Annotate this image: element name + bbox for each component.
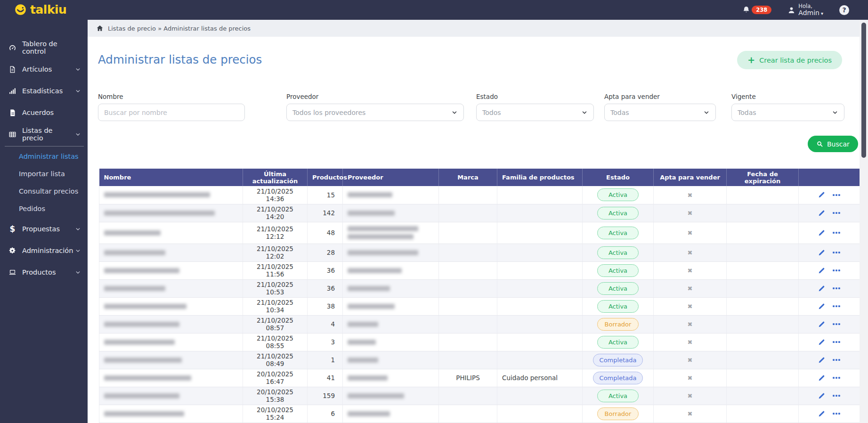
cell-apta-para-vender: ✖ (654, 405, 727, 423)
cell-nombre (99, 204, 243, 222)
sidebar-item-listas-de-precio[interactable]: Listas de precio (0, 123, 88, 145)
sidebar-item-articulos[interactable]: Artículos (0, 58, 88, 80)
row-actions (803, 208, 855, 218)
redacted-provider-line (348, 234, 414, 239)
redacted-provider-line (348, 268, 402, 273)
cell-ultima-actualizacion: 21/10/2025 11:56 (243, 261, 308, 279)
edit-button[interactable] (818, 356, 826, 364)
edit-button[interactable] (818, 374, 826, 382)
edit-button[interactable] (818, 285, 826, 293)
cell-fecha-expiracion (727, 222, 799, 244)
edit-button[interactable] (818, 410, 826, 418)
filter-vigente-select[interactable]: Todas (731, 104, 844, 121)
chevron-down-icon (75, 248, 81, 254)
cell-apta-para-vender: ✖ (654, 186, 727, 204)
filter-estado-select[interactable]: Todos (476, 104, 594, 121)
cell-marca (439, 261, 497, 279)
home-icon[interactable] (96, 24, 104, 32)
more-actions-button[interactable] (832, 355, 841, 365)
cell-apta-para-vender: ✖ (654, 351, 727, 369)
cell-familia (497, 351, 583, 369)
more-actions-button[interactable] (832, 409, 841, 418)
search-button-label: Buscar (827, 140, 850, 148)
redacted-provider-line (348, 226, 418, 231)
more-actions-button[interactable] (832, 319, 841, 329)
cell-fecha-expiracion (727, 186, 799, 204)
edit-button[interactable] (818, 209, 826, 217)
more-actions-button[interactable] (832, 228, 841, 237)
sidebar-item-productos[interactable]: Productos (0, 261, 88, 283)
filter-apta-para-vender: Apta para venderTodas (604, 93, 716, 121)
bell-icon (742, 6, 751, 15)
cell-marca (439, 333, 497, 351)
sidebar-item-estadisticas[interactable]: Estadísticas (0, 80, 88, 102)
more-actions-button[interactable] (832, 208, 841, 218)
cell-fecha-expiracion (727, 261, 799, 279)
cell-proveedor (343, 261, 439, 279)
more-actions-button[interactable] (832, 190, 841, 200)
sidebar-item-tablero[interactable]: Tablero de control (0, 37, 88, 58)
cell-actions (799, 387, 860, 405)
sidebar-subitem-pedidos[interactable]: Pedidos (5, 200, 84, 217)
edit-button[interactable] (818, 320, 826, 328)
edit-button[interactable] (818, 338, 826, 346)
question-icon: ? (842, 6, 846, 14)
more-actions-button[interactable] (832, 266, 841, 275)
user-menu[interactable]: Hola, Admin▾ (787, 3, 823, 16)
cell-productos: 159 (308, 387, 343, 405)
more-actions-button[interactable] (832, 337, 841, 347)
brand-name: talkiu (30, 4, 66, 16)
pencil-icon (818, 410, 826, 418)
cell-proveedor (343, 333, 439, 351)
more-actions-button[interactable] (832, 284, 841, 293)
vertical-scrollbar[interactable] (860, 20, 868, 423)
sidebar-subitem-administrar-listas[interactable]: Administrar listas (5, 147, 84, 165)
cell-nombre (99, 315, 243, 333)
filter-proveedor-value: Todos los proveedores (292, 109, 451, 116)
more-actions-button[interactable] (832, 373, 841, 382)
x-mark-icon: ✖ (688, 410, 693, 417)
filter-proveedor-select[interactable]: Todos los proveedores (286, 104, 464, 121)
cell-actions (799, 351, 860, 369)
scrollbar-thumb[interactable] (861, 23, 866, 158)
cell-familia (497, 315, 583, 333)
edit-button[interactable] (818, 392, 826, 400)
edit-button[interactable] (818, 249, 826, 257)
help-button[interactable]: ? (839, 5, 849, 15)
create-button-label: Crear lista de precios (759, 57, 832, 64)
cell-estado: Activa (583, 186, 654, 204)
sidebar-item-administracion[interactable]: Administración (0, 240, 88, 261)
filter-nombre-input[interactable] (104, 109, 239, 116)
edit-button[interactable] (818, 302, 826, 310)
cell-fecha-expiracion (727, 351, 799, 369)
create-price-list-button[interactable]: + Crear lista de precios (737, 51, 842, 69)
more-actions-button[interactable] (832, 301, 841, 311)
edit-button[interactable] (818, 191, 826, 199)
edit-button[interactable] (818, 267, 826, 275)
table-row: 20/10/2025 15:38159Activa✖ (99, 387, 860, 405)
cell-estado: Completada (583, 351, 654, 369)
cell-marca (439, 186, 497, 204)
more-actions-button[interactable] (832, 391, 841, 400)
edit-button[interactable] (818, 229, 826, 237)
sidebar-item-propuestas[interactable]: $Propuestas (0, 218, 88, 240)
brand-logo[interactable]: talkiu (14, 3, 66, 16)
search-button[interactable]: Buscar (808, 136, 858, 152)
redacted-provider (348, 302, 434, 311)
notifications-button[interactable]: 238 (742, 6, 771, 15)
pencil-icon (818, 229, 826, 237)
cell-estado: Activa (583, 222, 654, 244)
sidebar-subitem-importar-lista[interactable]: Importar lista (5, 165, 84, 182)
filter-apta-para-vender-select[interactable]: Todas (604, 104, 716, 121)
cell-productos: 1 (308, 351, 343, 369)
sidebar-subitem-consultar-precios[interactable]: Consultar precios (5, 182, 84, 200)
sidebar-submenu-listas-de-precio: Administrar listasImportar listaConsulta… (5, 146, 84, 217)
cell-estado: Completada (583, 369, 654, 387)
more-actions-button[interactable] (832, 248, 841, 257)
cell-nombre (99, 369, 243, 387)
sidebar-item-label: Estadísticas (22, 87, 75, 95)
sidebar-item-acuerdos[interactable]: Acuerdos (0, 102, 88, 123)
status-badge: Activa (597, 300, 639, 313)
cell-actions (799, 222, 860, 244)
row-actions (803, 190, 855, 200)
